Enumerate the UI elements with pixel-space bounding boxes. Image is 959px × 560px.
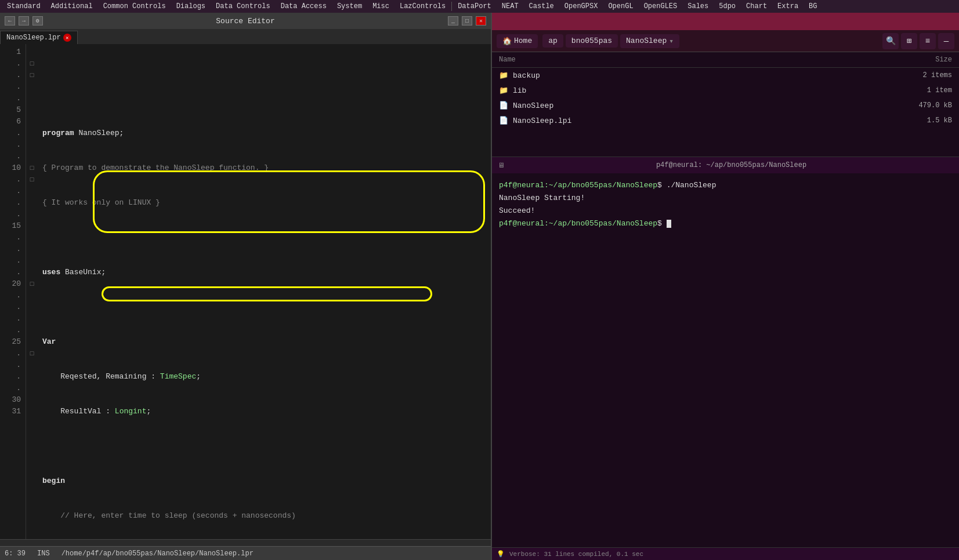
line-numbers: 1 . . . . 5 6 . . . 10 . . . . 15 . [0, 44, 26, 539]
file-size-nanosleep-lpi: 1.5 kB [906, 117, 952, 125]
menu-opengl[interactable]: OpenGL [603, 1, 638, 12]
line-num-blank7: . [2, 151, 23, 162]
menu-dialogs[interactable]: Dialogs [172, 1, 210, 12]
cursor-position: 6: 39 [5, 550, 26, 558]
menu-standard[interactable]: Standard [2, 1, 45, 12]
menu-chart[interactable]: Chart [741, 1, 772, 12]
editor-titlebar: ← → ⚙ Source Editor _ □ ✕ [0, 13, 491, 29]
line-num-blank19: . [2, 325, 23, 336]
file-icon-nanosleep: 📄 [499, 101, 508, 110]
tab-close-button[interactable]: ✕ [63, 34, 71, 42]
code-line-2: { Program to demonstrate the NanoSleep f… [42, 162, 486, 174]
breadcrumb-home[interactable]: 🏠 Home [497, 34, 538, 48]
menu-system[interactable]: System [332, 1, 367, 12]
line-num-blank20: . [2, 348, 23, 359]
folder-icon-lib: 📁 [499, 86, 508, 95]
code-line-8: Reqested, Remaining : TimeSpec; [42, 371, 486, 383]
breadcrumb-bno055pas[interactable]: bno055pas [566, 34, 618, 48]
code-scroll: 1 . . . . 5 6 . . . 10 . . . . 15 . [0, 44, 491, 539]
code-line-1: program NanoSleep; [42, 128, 486, 139]
terminal-prompt-1: p4f@neural:~/ap/bno055pas/NanoSleep [499, 181, 657, 190]
breadcrumb-nanosleep[interactable]: NanoSleep ▾ [620, 34, 679, 48]
line-num-15: 15 [2, 220, 23, 232]
breadcrumb-ap-label: ap [548, 37, 558, 45]
terminal-line-4: p4f@neural:~/ap/bno055pas/NanoSleep$ [499, 217, 952, 230]
sort-button[interactable]: ≡ [920, 33, 936, 49]
code-line-12: // Here, enter time to sleep (seconds + … [42, 510, 486, 522]
file-row-backup[interactable]: 📁 backup 2 items [492, 68, 959, 83]
menu-sales[interactable]: Sales [683, 1, 713, 12]
menu-bg[interactable]: BG [804, 1, 822, 12]
terminal-cmd-2: $ [657, 219, 667, 228]
code-line-4 [42, 232, 486, 243]
highlight-result-line [102, 286, 432, 301]
editor-mode: INS [37, 550, 50, 558]
line-num-blank17: . [2, 301, 23, 313]
file-row-nanosleep-lpi[interactable]: 📄 NanoSleep.lpi 1.5 kB [492, 113, 959, 128]
file-row-nanosleep[interactable]: 📄 NanoSleep 479.0 kB [492, 98, 959, 113]
view-toggle-button[interactable]: ⊞ [901, 33, 917, 49]
line-num-blank12: . [2, 232, 23, 243]
search-button[interactable]: 🔍 [882, 33, 899, 49]
line-num-6: 6 [2, 116, 23, 128]
close-button[interactable]: ✕ [476, 16, 486, 26]
terminal-content[interactable]: p4f@neural:~/ap/bno055pas/NanoSleep$ ./N… [492, 173, 959, 547]
line-num-blank11: . [2, 209, 23, 220]
line-num-blank5: . [2, 128, 23, 139]
code-line-7: Var [42, 336, 486, 348]
code-editor-area[interactable]: 1 . . . . 5 6 . . . 10 . . . . 15 . [0, 44, 491, 539]
toolbar-build[interactable]: ⚙ [32, 16, 43, 26]
tab-nanosleep-lpr[interactable]: NanoSleep.lpr ✕ [0, 31, 78, 44]
file-name-backup: backup [513, 71, 901, 80]
menu-5dpo[interactable]: 5dpo [714, 1, 740, 12]
menu-dataport[interactable]: DataPort [453, 1, 496, 12]
menu-lazcontrols[interactable]: LazControls [395, 1, 450, 12]
menu-data-access[interactable]: Data Access [276, 1, 331, 12]
menu-neat[interactable]: NEAT [497, 1, 523, 12]
line-num-blank21: . [2, 359, 23, 371]
maximize-button[interactable]: □ [462, 16, 472, 26]
menu-misc[interactable]: Misc [368, 1, 394, 12]
menu-common-controls[interactable]: Common Controls [99, 1, 171, 12]
code-line-6 [42, 301, 486, 313]
toolbar-nav-fwd[interactable]: → [19, 16, 29, 26]
menu-opengpsx[interactable]: OpenGPSX [560, 1, 603, 12]
code-line-5: uses BaseUnix; [42, 267, 486, 278]
menu-button[interactable]: — [938, 33, 954, 49]
file-name-nanosleep-lpi: NanoSleep.lpi [513, 117, 901, 125]
file-name-lib: lib [513, 86, 901, 95]
terminal-prompt-2: p4f@neural:~/ap/bno055pas/NanoSleep [499, 219, 657, 228]
line-num-blank14: . [2, 255, 23, 267]
menu-opengles[interactable]: OpenGLES [639, 1, 682, 12]
line-num-blank: . [2, 58, 23, 70]
line-num-blank6: . [2, 139, 23, 151]
col-size: Size [906, 56, 952, 64]
menu-extra[interactable]: Extra [773, 1, 803, 12]
file-manager: Name Size 📁 backup 2 items 📁 lib 1 item … [492, 52, 959, 157]
line-num-blank15: . [2, 267, 23, 278]
file-path: /home/p4f/ap/bno055pas/NanoSleep/NanoSle… [61, 550, 254, 558]
source-editor-panel: ← → ⚙ Source Editor _ □ ✕ NanoSleep.lpr … [0, 13, 492, 560]
line-num-blank3: . [2, 81, 23, 93]
menu-additional[interactable]: Additional [46, 1, 97, 12]
breadcrumb-nanosleep-label: NanoSleep [626, 37, 667, 45]
toolbar-nav-back[interactable]: ← [5, 16, 15, 26]
breadcrumb-ap[interactable]: ap [542, 34, 563, 48]
horizontal-scrollbar[interactable] [0, 539, 491, 546]
terminal-titlebar: 🖥 p4f@neural: ~/ap/bno055pas/NanoSleep [492, 157, 959, 173]
file-row-lib[interactable]: 📁 lib 1 item [492, 83, 959, 98]
menu-castle[interactable]: Castle [524, 1, 559, 12]
top-menubar: Standard Additional Common Controls Dial… [0, 0, 959, 13]
line-num-31: 31 [2, 406, 23, 417]
editor-title: Source Editor [43, 17, 448, 26]
window-controls: _ □ ✕ [448, 16, 486, 26]
tab-bar: NanoSleep.lpr ✕ [0, 29, 491, 44]
line-num-20: 20 [2, 278, 23, 290]
right-toolbar [492, 13, 959, 30]
menu-data-controls[interactable]: Data Controls [211, 1, 275, 12]
code-content[interactable]: program NanoSleep; { Program to demonstr… [38, 44, 491, 539]
home-icon: 🏠 [502, 37, 512, 46]
hint-text: Verbose: 31 lines compiled, 0.1 sec [509, 551, 643, 558]
minimize-button[interactable]: _ [448, 16, 458, 26]
line-num-blank16: . [2, 290, 23, 301]
